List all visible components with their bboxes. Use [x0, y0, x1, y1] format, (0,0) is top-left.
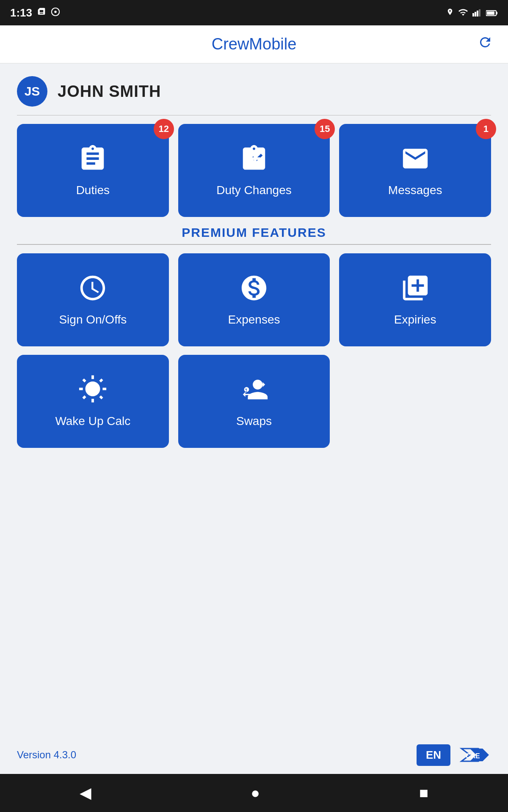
duties-icon	[78, 144, 108, 178]
svg-rect-8	[496, 12, 497, 14]
location-icon	[446, 6, 454, 19]
vpn-icon	[51, 6, 60, 19]
swaps-label: Swaps	[236, 414, 272, 428]
battery-icon	[486, 6, 498, 19]
user-name: JOHN SMITH	[58, 82, 161, 101]
main-tiles-grid: 12 Duties 15 Duty Changes 1	[17, 124, 491, 217]
home-button[interactable]: ●	[251, 784, 260, 802]
svg-text:CAE: CAE	[466, 752, 480, 760]
time-display: 1:13	[10, 6, 32, 19]
user-avatar: JS	[17, 76, 47, 107]
duty-changes-label: Duty Changes	[216, 184, 291, 197]
svg-rect-5	[479, 9, 480, 16]
refresh-button[interactable]	[478, 35, 493, 54]
sign-on-offs-icon	[78, 273, 108, 307]
status-bar: 1:13	[0, 0, 508, 25]
main-content: JS JOHN SMITH 12 Duties 15 Duty Change	[0, 63, 508, 736]
cae-logo-svg: CAE	[457, 744, 491, 765]
duties-label: Duties	[76, 184, 110, 197]
version-label: Version 4.3.0	[17, 749, 76, 761]
top-nav: CrewMobile	[0, 25, 508, 63]
wake-up-calc-label: Wake Up Calc	[55, 414, 130, 428]
footer: Version 4.3.0 EN CAE	[0, 736, 508, 774]
back-button[interactable]: ◀	[80, 784, 91, 802]
expiries-tile[interactable]: Expiries	[339, 253, 491, 346]
premium-header: PREMIUM FEATURES	[17, 225, 491, 245]
svg-rect-4	[477, 11, 478, 16]
messages-tile[interactable]: 1 Messages	[339, 124, 491, 217]
expenses-icon	[239, 273, 269, 307]
premium-title: PREMIUM FEATURES	[182, 225, 326, 240]
expiries-label: Expiries	[394, 313, 436, 326]
duty-changes-icon	[239, 144, 269, 178]
premium-section: PREMIUM FEATURES Sign On/Offs	[17, 225, 491, 448]
messages-badge: 1	[476, 119, 496, 139]
premium-grid-row1: Sign On/Offs Expenses	[17, 253, 491, 346]
app-title: CrewMobile	[212, 35, 297, 53]
messages-icon	[400, 144, 430, 178]
signal-icon	[472, 6, 482, 19]
swaps-tile[interactable]: Swaps	[178, 355, 330, 448]
wifi-icon	[458, 6, 468, 19]
sign-on-offs-label: Sign On/Offs	[59, 313, 127, 326]
premium-grid-row2: Wake Up Calc Swaps	[17, 355, 491, 448]
swaps-icon	[239, 375, 269, 409]
expenses-tile[interactable]: Expenses	[178, 253, 330, 346]
svg-rect-3	[475, 12, 476, 16]
recent-button[interactable]: ■	[419, 784, 428, 802]
wake-up-calc-tile[interactable]: Wake Up Calc	[17, 355, 169, 448]
footer-right: EN CAE	[417, 744, 491, 766]
svg-rect-7	[487, 11, 494, 15]
premium-divider	[17, 244, 491, 245]
messages-label: Messages	[388, 184, 442, 197]
language-button[interactable]: EN	[417, 744, 450, 766]
wake-up-calc-icon	[78, 375, 108, 409]
svg-rect-2	[472, 13, 474, 16]
expenses-label: Expenses	[228, 313, 280, 326]
sim-icon	[37, 6, 46, 19]
svg-point-1	[54, 11, 57, 13]
duty-changes-tile[interactable]: 15 Duty Changes	[178, 124, 330, 217]
duties-badge: 12	[154, 119, 174, 139]
duties-tile[interactable]: 12 Duties	[17, 124, 169, 217]
cae-logo: CAE	[457, 744, 491, 765]
expiries-icon	[400, 273, 430, 307]
sign-on-offs-tile[interactable]: Sign On/Offs	[17, 253, 169, 346]
duty-changes-badge: 15	[315, 119, 335, 139]
user-row: JS JOHN SMITH	[17, 76, 491, 115]
bottom-nav-bar: ◀ ● ■	[0, 774, 508, 812]
